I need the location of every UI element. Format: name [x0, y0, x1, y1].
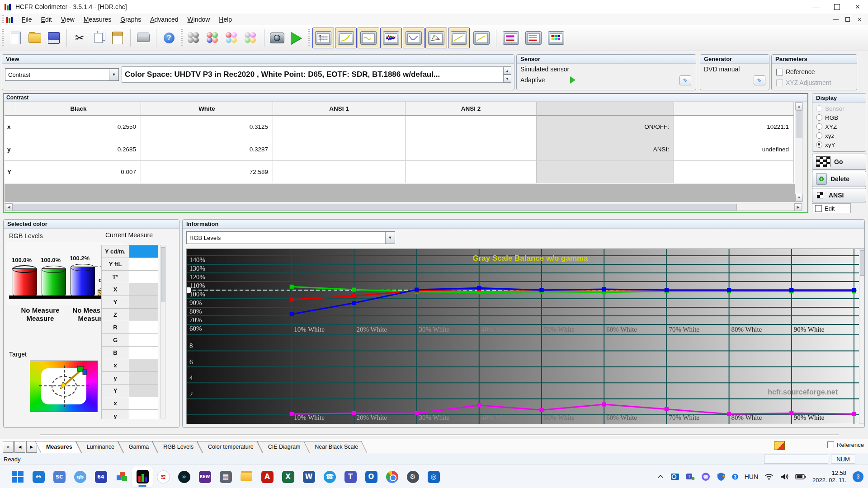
parameter-reference[interactable]: Reference	[776, 66, 831, 77]
taskbar-excel[interactable]: X	[278, 466, 298, 487]
spinner-down-icon[interactable]: ▼	[503, 75, 511, 83]
scroll-left-icon[interactable]: ◀	[5, 203, 13, 211]
view-histogram-button[interactable]	[523, 28, 544, 48]
cut-button[interactable]: ✂	[70, 28, 89, 47]
taskbar-audio-analyzer[interactable]: ≋	[153, 466, 174, 487]
tray-teams-icon[interactable]: T	[686, 468, 695, 486]
taskbar-phone-app[interactable]: ☎	[319, 466, 340, 487]
tray-clock[interactable]: 12:582022. 02. 11.	[812, 468, 846, 486]
menu-advanced[interactable]: Advanced	[146, 14, 183, 24]
vscroll-thumb[interactable]	[796, 110, 802, 138]
tab-color-temperature[interactable]: Color temperature	[203, 441, 263, 453]
tab-luminance[interactable]: Luminance	[81, 441, 123, 453]
mdi-close-button[interactable]: ×	[854, 15, 865, 24]
taskbar-outlook[interactable]: O	[361, 466, 382, 487]
chart-scrollbar[interactable]	[859, 249, 865, 424]
snapshot-button[interactable]	[268, 28, 287, 47]
view-near-black-button[interactable]	[448, 28, 470, 48]
tray-outlook-icon[interactable]	[670, 468, 679, 486]
radio-icon[interactable]	[816, 114, 822, 121]
view-color-temp-button[interactable]	[403, 28, 425, 48]
taskbar-qbittorrent[interactable]: qb	[70, 466, 90, 487]
taskbar-acrobat[interactable]: A	[257, 466, 278, 487]
taskbar-word[interactable]: W	[298, 466, 319, 487]
measure-row-value[interactable]	[129, 372, 158, 385]
measure-row-value[interactable]	[129, 334, 158, 347]
tab-prev-button[interactable]: ◀	[14, 441, 25, 453]
menu-view[interactable]: View	[57, 14, 79, 24]
display-option-rgb[interactable]: RGB	[816, 113, 862, 122]
measure-row-value[interactable]	[129, 309, 158, 321]
taskbar-screenconnect[interactable]: SC	[49, 466, 70, 487]
menu-measures[interactable]: Measures	[79, 14, 116, 24]
graph-selector[interactable]: RGB Levels ▼	[186, 231, 395, 244]
scroll-right-icon[interactable]: ▶	[794, 203, 802, 211]
radio-icon[interactable]	[816, 132, 822, 139]
taskbar-teams[interactable]: T	[340, 466, 361, 487]
radio-icon[interactable]	[816, 123, 822, 130]
view-rgb-report-button[interactable]	[500, 28, 522, 48]
measure-row-value[interactable]	[129, 385, 158, 397]
menu-window[interactable]: Window	[183, 14, 215, 24]
taskbar-rew[interactable]: REW	[194, 466, 215, 487]
edit-checkbox[interactable]	[815, 205, 822, 212]
tray-chevron-up-icon[interactable]	[657, 468, 664, 486]
view-matrix-button[interactable]	[545, 28, 567, 48]
display-option-xyz[interactable]: XYZ	[816, 122, 862, 131]
taskbar-color-squares-app[interactable]	[111, 466, 132, 487]
tray-battery-icon[interactable]	[795, 468, 806, 486]
taskbar-hcfr-colorimeter[interactable]	[132, 466, 153, 487]
measure-row-value[interactable]	[129, 321, 158, 334]
open-file-button[interactable]	[25, 28, 44, 47]
tray-wifi-icon[interactable]	[764, 468, 774, 486]
close-button[interactable]: ×	[847, 0, 868, 14]
measure-scrollbar[interactable]	[160, 245, 165, 418]
run-measures-button[interactable]	[287, 28, 306, 47]
reference-checkbox-row[interactable]: Reference	[827, 441, 864, 448]
measure-scroll-thumb[interactable]	[161, 247, 165, 302]
tray-language[interactable]: HUN	[745, 468, 758, 486]
help-button[interactable]: ?	[160, 28, 179, 47]
saturations-measure-button[interactable]	[223, 28, 242, 47]
view-selector[interactable]: Contrast ▼	[5, 68, 119, 81]
display-option-xyz[interactable]: xyz	[816, 131, 862, 140]
reference-checkbox[interactable]	[827, 441, 834, 448]
measure-row-value[interactable]	[129, 258, 158, 271]
ansi-button[interactable]: ANSI	[812, 188, 866, 202]
hscroll-thumb[interactable]	[13, 204, 737, 211]
scroll-up-icon[interactable]: ▲	[795, 103, 803, 110]
measure-row-value[interactable]	[129, 359, 158, 372]
taskbar-calculator[interactable]: ▦	[215, 466, 236, 487]
chevron-down-icon[interactable]: ▼	[109, 69, 118, 80]
contrast-hscrollbar[interactable]: ◀ ▶	[5, 203, 802, 211]
paste-button[interactable]	[108, 28, 127, 47]
tab-rgb-levels[interactable]: RGB Levels	[158, 441, 203, 453]
measure-row-value[interactable]	[129, 283, 158, 296]
measure-row-value[interactable]	[129, 296, 158, 309]
view-near-white-button[interactable]	[471, 28, 492, 48]
measure-row-value[interactable]	[129, 347, 158, 359]
display-option-xyy[interactable]: xyY	[816, 140, 862, 149]
menu-graphs[interactable]: Graphs	[116, 14, 146, 24]
sensor-run-icon[interactable]	[570, 76, 576, 84]
taskbar-chrome[interactable]	[382, 466, 402, 487]
taskbar-teamviewer[interactable]: ↔	[28, 466, 49, 487]
minimize-button[interactable]: —	[806, 0, 826, 14]
tray-bluetooth-icon[interactable]	[732, 468, 738, 486]
save-file-button[interactable]	[44, 28, 63, 47]
mdi-minimize-button[interactable]: —	[830, 15, 842, 24]
checkbox-icon[interactable]	[776, 69, 783, 75]
mdi-restore-button[interactable]	[842, 15, 854, 24]
measure-row-value[interactable]	[129, 271, 158, 283]
taskbar-file-explorer[interactable]	[236, 466, 257, 487]
print-button[interactable]	[134, 28, 153, 47]
tray-security-shield-icon[interactable]	[717, 468, 726, 486]
menu-edit[interactable]: Edit	[37, 14, 57, 24]
chart-scroll-thumb[interactable]	[860, 250, 865, 276]
taskbar-hwinfo64[interactable]: 64	[90, 466, 111, 487]
notification-badge[interactable]: 3	[853, 471, 863, 482]
splitter[interactable]	[40, 434, 839, 436]
menu-help[interactable]: Help	[214, 14, 236, 24]
measure-row-value[interactable]	[129, 410, 158, 419]
scroll-down-icon[interactable]: ▼	[795, 194, 803, 202]
